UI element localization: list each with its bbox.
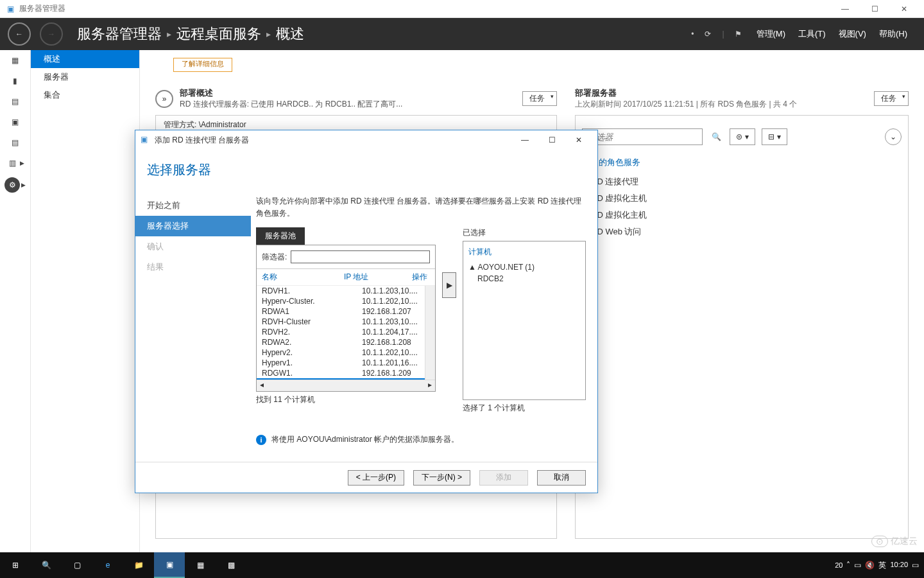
table-row[interactable]: RDVH1.10.1.1.203,10.... — [257, 286, 435, 296]
col-name[interactable]: 名称 — [262, 272, 344, 283]
sidebar-item-servers[interactable]: 服务器 — [31, 68, 139, 86]
all-servers-icon[interactable]: ▤ — [9, 95, 22, 108]
watermark: ⊙亿速云 — [871, 536, 918, 547]
local-server-icon[interactable]: ▮ — [9, 74, 22, 87]
filter-label: 筛选器: — [262, 252, 287, 263]
back-button[interactable]: ← — [8, 22, 31, 46]
add-server-dialog: ▣ 添加 RD 连接代理 台服务器 — ☐ ✕ 选择服务器 开始之前 服务器选择… — [135, 130, 598, 493]
table-row[interactable]: Hyperv-Cluster.10.1.1.202,10.... — [257, 296, 435, 306]
table-row[interactable]: RDVH2.10.1.1.204,17.... — [257, 327, 435, 337]
computer-header: 计算机 — [468, 247, 580, 258]
breadcrumb: 服务器管理器 ▸ 远程桌面服务 ▸ 概述 — [77, 24, 304, 44]
col-ip[interactable]: IP 地址 — [344, 272, 412, 283]
network-icon[interactable]: ▭ — [854, 561, 861, 570]
notification-icon[interactable]: ▭ — [912, 561, 919, 570]
tasks-dropdown[interactable]: 任务 — [522, 91, 557, 106]
table-row[interactable]: RDWA1192.168.1.207 — [257, 306, 435, 317]
deploy-servers-title: 部署服务器 — [575, 87, 797, 99]
info-text: 将使用 AOYOU\Administrator 帐户的凭据添加服务器。 — [271, 434, 459, 445]
step-before[interactable]: 开始之前 — [135, 195, 251, 216]
tray-up-icon[interactable]: ˄ — [846, 561, 850, 570]
ime-indicator[interactable]: 英 — [878, 560, 886, 571]
deploy-servers-sub: 上次刷新时间 2017/10/25 11:21:51 | 所有 RDS 角色服务… — [575, 99, 797, 110]
app-icon-1[interactable]: ▦ — [185, 552, 216, 578]
selected-box: 计算机 ▲ AOYOU.NET (1) RDCB2 — [463, 241, 586, 400]
server-manager-icon[interactable]: ▣ — [154, 552, 185, 578]
crumb-1[interactable]: 远程桌面服务 — [176, 24, 261, 44]
tasks-dropdown-2[interactable]: 任务 — [874, 91, 909, 106]
role-item[interactable]: RD 连接代理 — [582, 173, 902, 190]
service-icon[interactable]: ▣ — [9, 116, 22, 128]
sidebar-item-overview[interactable]: 概述 — [31, 50, 139, 68]
horizontal-scrollbar[interactable]: ◂▸ — [257, 380, 435, 391]
ie-icon[interactable]: e — [92, 552, 123, 578]
minimize-button[interactable]: — — [830, 0, 860, 18]
dialog-close-button[interactable]: ✕ — [565, 130, 592, 150]
role-item[interactable]: RD 虚拟化主机 — [582, 190, 902, 207]
table-row[interactable]: RDGW1.192.168.1.209 — [257, 368, 435, 378]
role-item[interactable]: RD 虚拟化主机 — [582, 207, 902, 223]
sidebar-item-collections[interactable]: 集合 — [31, 86, 139, 104]
tree-root[interactable]: ▲ AOYOU.NET (1) — [468, 261, 580, 273]
arrow-icon: » — [155, 90, 173, 108]
expand-button[interactable]: ⌄ — [885, 128, 902, 145]
step-result: 结果 — [135, 257, 251, 277]
app-icon-2[interactable]: ▩ — [216, 552, 246, 578]
filter-button-1[interactable]: ⊜ ▾ — [730, 128, 755, 145]
dialog-minimize-button[interactable]: — — [511, 130, 538, 150]
dialog-description: 该向导允许你向部署中添加 RD 连接代理 台服务器。请选择要在哪些服务器上安装 … — [256, 195, 586, 220]
window-title: 服务器管理器 — [19, 3, 65, 14]
service-icon-3[interactable]: ▥ — [6, 157, 19, 170]
dialog-title: 添加 RD 连接代理 台服务器 — [155, 135, 249, 146]
info-banner[interactable]: 了解详细信息 — [173, 58, 232, 72]
found-count: 找到 11 个计算机 — [256, 392, 436, 408]
table-row[interactable]: Hyperv2.10.1.1.202,10.... — [257, 347, 435, 358]
vertical-scrollbar[interactable] — [425, 286, 435, 380]
col-op[interactable]: 操作 — [412, 272, 430, 283]
tray-num: 20 — [835, 561, 843, 569]
crumb-2[interactable]: 概述 — [276, 24, 304, 44]
next-button[interactable]: 下一步(N) > — [413, 470, 470, 486]
chevron-right-icon: ▸ — [167, 29, 171, 39]
manage-as: 管理方式: \Administrator — [164, 119, 549, 130]
clock[interactable]: 10:20 — [890, 561, 908, 568]
cancel-button[interactable]: 取消 — [537, 470, 586, 486]
maximize-button[interactable]: ☐ — [860, 0, 889, 18]
prev-button[interactable]: < 上一步(P) — [348, 470, 404, 486]
table-row[interactable]: RDVH-Cluster10.1.1.203,10.... — [257, 317, 435, 327]
table-row[interactable]: RDWA2.192.168.1.208 — [257, 337, 435, 347]
forward-button[interactable]: → — [40, 22, 63, 46]
flag-icon[interactable]: ⚑ — [730, 25, 748, 43]
dialog-maximize-button[interactable]: ☐ — [538, 130, 565, 150]
refresh-icon[interactable]: ⟳ — [699, 25, 717, 43]
close-button[interactable]: ✕ — [889, 0, 919, 18]
role-item[interactable]: RD Web 访问 — [582, 223, 902, 240]
server-pool-tab[interactable]: 服务器池 — [256, 227, 305, 245]
dashboard-icon[interactable]: ▦ — [9, 54, 22, 67]
icon-rail: ▦ ▮ ▤ ▣ ▤ ▥▶ ⚙▶ — [0, 50, 31, 552]
explorer-icon[interactable]: 📁 — [123, 552, 154, 578]
filter-input[interactable] — [582, 128, 703, 145]
filter-button-2[interactable]: ⊟ ▾ — [762, 128, 787, 145]
pool-filter-input[interactable] — [291, 250, 430, 263]
help-menu[interactable]: 帮助(H) — [875, 26, 911, 42]
crumb-root[interactable]: 服务器管理器 — [77, 24, 162, 44]
server-pool-list[interactable]: RDVH1.10.1.1.203,10....Hyperv-Cluster.10… — [257, 286, 435, 391]
gear-icon[interactable]: ⚙ — [4, 177, 20, 193]
task-view-icon[interactable]: ▢ — [62, 552, 92, 578]
search-icon[interactable]: 🔍 — [31, 552, 62, 578]
system-tray: 20 ˄ ▭ 🔇 英 10:20 ▭ — [835, 560, 924, 571]
add-arrow-button[interactable]: ▶ — [442, 272, 456, 298]
view-menu[interactable]: 视图(V) — [835, 26, 870, 42]
volume-icon[interactable]: 🔇 — [865, 561, 875, 570]
dialog-icon: ▣ — [141, 135, 151, 145]
tree-item[interactable]: RDCB2 — [468, 273, 580, 285]
tools-menu[interactable]: 工具(T) — [794, 26, 830, 42]
search-icon[interactable]: 🔍 — [709, 128, 723, 145]
step-server-select[interactable]: 服务器选择 — [135, 216, 251, 236]
table-row[interactable]: Hyperv1.10.1.1.201,16.... — [257, 358, 435, 368]
start-button[interactable]: ⊞ — [0, 552, 31, 578]
service-icon-2[interactable]: ▤ — [9, 136, 22, 149]
sidebar: 概述 服务器 集合 — [31, 50, 140, 552]
manage-menu[interactable]: 管理(M) — [753, 26, 790, 42]
